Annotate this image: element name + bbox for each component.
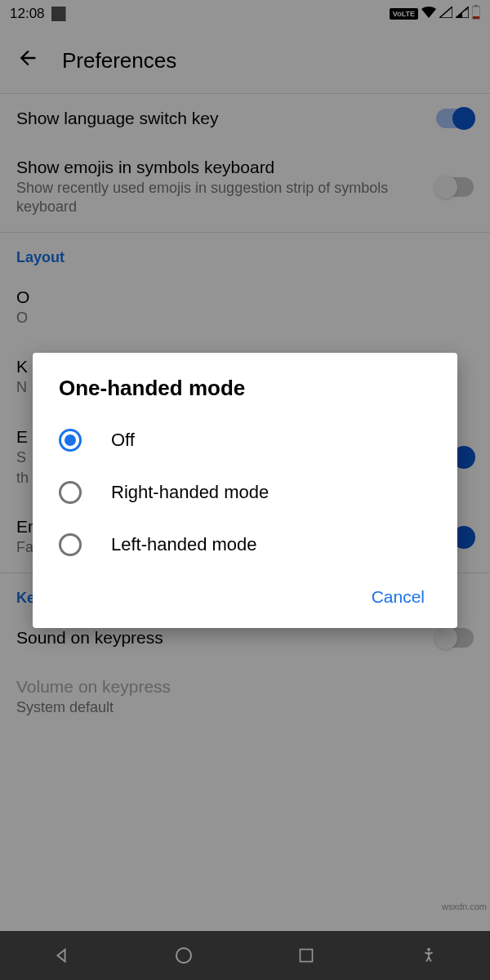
radio-option-right[interactable]: Right-handed mode [33,466,457,519]
radio-icon [59,481,82,504]
dialog-title: One-handed mode [33,376,457,414]
radio-option-left[interactable]: Left-handed mode [33,519,457,571]
dialog-scrim[interactable]: One-handed mode Off Right-handed mode Le… [0,0,490,980]
radio-icon [59,429,82,452]
radio-icon [59,533,82,556]
cancel-button[interactable]: Cancel [362,581,434,613]
radio-option-off[interactable]: Off [33,414,457,466]
one-handed-dialog: One-handed mode Off Right-handed mode Le… [33,353,457,628]
